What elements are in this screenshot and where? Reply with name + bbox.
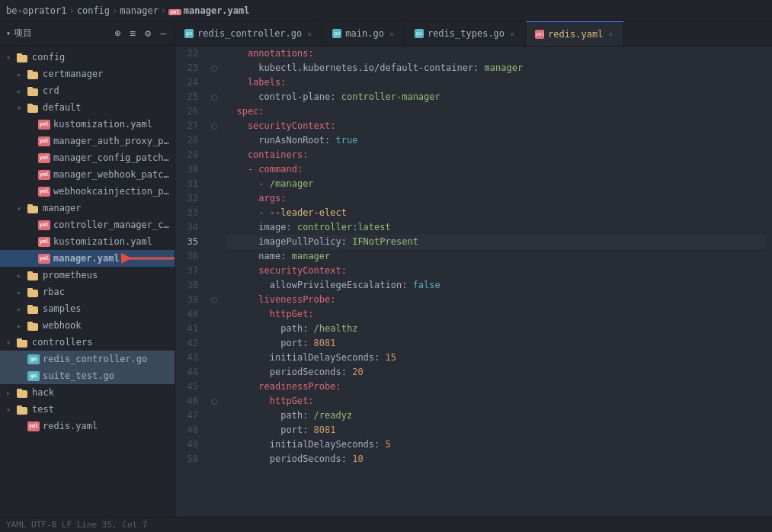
sidebar: ▾ 项目 ⊕ ≡ ⚙ — config certmanager: [0, 21, 175, 517]
line-number: 22: [175, 46, 203, 61]
code-line: path: /healthz: [226, 322, 766, 336]
breadcrumb-root[interactable]: be-oprator1: [6, 5, 66, 16]
chevron-icon: [17, 104, 27, 112]
line-number: 41: [175, 322, 203, 336]
code-line: livenessProbe:: [226, 293, 766, 307]
sidebar-item-config[interactable]: config: [0, 49, 175, 66]
line-number: 29: [175, 148, 203, 162]
folder-icon: [27, 304, 40, 314]
sidebar-item-label: manager.yaml: [53, 253, 120, 264]
code-line: securityContext:: [226, 119, 766, 133]
gutter-dot: [209, 452, 219, 466]
line-number: 34: [175, 220, 203, 235]
sidebar-item-label: certmanager: [43, 69, 103, 79]
sidebar-item-certmanager[interactable]: certmanager: [0, 66, 175, 82]
code-line: control-plane: controller-manager: [226, 90, 766, 104]
sidebar-item-webhook[interactable]: webhook: [0, 317, 175, 334]
sidebar-item-prometheus[interactable]: prometheus: [0, 267, 175, 284]
breadcrumb-manager[interactable]: manager: [120, 5, 159, 16]
tab-close-btn[interactable]: ✕: [388, 30, 396, 38]
sidebar-item-suite-test[interactable]: go suite_test.go: [0, 367, 175, 384]
sidebar-item-manager-auth[interactable]: yml manager_auth_proxy_patch.yaml: [0, 133, 175, 149]
sidebar-item-crd[interactable]: crd: [0, 82, 175, 99]
code-line: - command:: [226, 162, 766, 177]
tab-redis-yaml[interactable]: yml redis.yaml ✕: [526, 21, 624, 46]
sidebar-item-controllers[interactable]: controllers: [0, 334, 175, 351]
gutter-dot: [209, 423, 219, 437]
gutter-dot: [209, 235, 219, 249]
sidebar-item-test[interactable]: test: [0, 401, 175, 418]
code-line: args:: [226, 191, 766, 206]
tab-main[interactable]: go main.go ✕: [323, 21, 405, 46]
sidebar-item-default[interactable]: default: [0, 99, 175, 116]
chevron-icon: [17, 70, 27, 79]
code-line: annotations:: [226, 46, 766, 61]
breadcrumb-config[interactable]: config: [77, 5, 110, 16]
sidebar-item-controller-manager-config[interactable]: yml controller_manager_config.yaml: [0, 216, 175, 233]
sidebar-item-label: webhook: [43, 320, 82, 331]
sidebar-item-label: hack: [32, 387, 54, 398]
folder-icon: [17, 338, 29, 348]
chevron-icon: [17, 271, 27, 280]
sidebar-item-manager-webhook[interactable]: yml manager_webhook_patch.yaml: [0, 166, 175, 183]
code-editor: 2223242526272829303132333435363738394041…: [175, 46, 772, 517]
sidebar-item-hack[interactable]: hack: [0, 384, 175, 401]
sidebar-item-redis-controller[interactable]: go redis_controller.go: [0, 351, 175, 367]
gutter-dot: [209, 365, 219, 380]
tab-close-btn[interactable]: ✕: [508, 30, 516, 38]
sidebar-item-label: samples: [43, 303, 82, 314]
sidebar-item-label: test: [32, 404, 54, 415]
gutter-dot: [209, 264, 219, 278]
tab-close-btn[interactable]: ✕: [306, 30, 313, 38]
code-line: periodSeconds: 10: [226, 452, 766, 466]
code-line: - --leader-elect: [226, 206, 766, 220]
tab-redis-types[interactable]: go redis_types.go ✕: [405, 21, 526, 46]
breadcrumb-file: ymlmanager.yaml: [168, 5, 249, 16]
line-number: 23: [175, 61, 203, 75]
sidebar-item-manager-config[interactable]: yml manager_config_patch.yaml: [0, 149, 175, 166]
code-content[interactable]: annotations: kubectl.kubernetes.io/defau…: [219, 46, 772, 517]
sidebar-item-webhookcainjection[interactable]: yml webhookcainjection_patch.yaml: [0, 183, 175, 200]
line-number: 30: [175, 162, 203, 177]
chevron-icon: [6, 405, 17, 414]
sidebar-item-kustomization1[interactable]: yml kustomization.yaml: [0, 116, 175, 133]
chevron-icon: [6, 338, 17, 347]
gutter: [209, 46, 219, 517]
line-number: 24: [175, 75, 203, 90]
sidebar-add-btn[interactable]: ⊕: [113, 27, 123, 40]
sidebar-item-manager-folder[interactable]: manager: [0, 200, 175, 216]
folder-icon: [27, 271, 40, 280]
editor-area: go redis_controller.go ✕ go main.go ✕ go…: [175, 21, 772, 517]
tab-label: redis.yaml: [548, 29, 603, 40]
line-number: 46: [175, 394, 203, 409]
sidebar-item-label: kustomization.yaml: [53, 119, 152, 130]
sidebar-collapse-btn[interactable]: ≡: [128, 27, 139, 40]
tab-file-icon: go: [332, 29, 341, 38]
sidebar-item-samples[interactable]: samples: [0, 300, 175, 317]
line-number: 25: [175, 90, 203, 104]
gutter-dot: [209, 409, 219, 423]
folder-icon: [27, 86, 40, 96]
gutter-dot: [209, 206, 219, 220]
status-text: YAML UTF-8 LF Line 35, Col 7: [6, 520, 147, 530]
code-line: httpGet:: [226, 394, 766, 409]
sidebar-settings-btn[interactable]: ⚙: [143, 27, 153, 40]
tab-redis-controller[interactable]: go redis_controller.go ✕: [175, 21, 323, 46]
sidebar-item-manager-yaml[interactable]: yml manager.yaml: [0, 250, 175, 267]
sidebar-item-kustomization2[interactable]: yml kustomization.yaml: [0, 233, 175, 250]
folder-icon: [17, 405, 29, 415]
line-number: 36: [175, 249, 203, 264]
folder-icon: [27, 204, 40, 213]
gutter-dot: [209, 351, 219, 365]
sidebar-item-test-redis[interactable]: yml redis.yaml: [0, 418, 175, 434]
folder-icon: [17, 388, 29, 398]
sidebar-item-label: kustomization.yaml: [53, 236, 152, 247]
gutter-dot: [209, 133, 219, 148]
sidebar-minimize-btn[interactable]: —: [158, 27, 168, 40]
sidebar-item-rbac[interactable]: rbac: [0, 284, 175, 300]
tab-file-icon: yml: [535, 30, 544, 39]
line-number: 45: [175, 380, 203, 394]
folder-icon: ▾: [6, 29, 11, 37]
tab-close-btn[interactable]: ✕: [607, 30, 614, 38]
tab-label: redis_controller.go: [197, 28, 302, 39]
